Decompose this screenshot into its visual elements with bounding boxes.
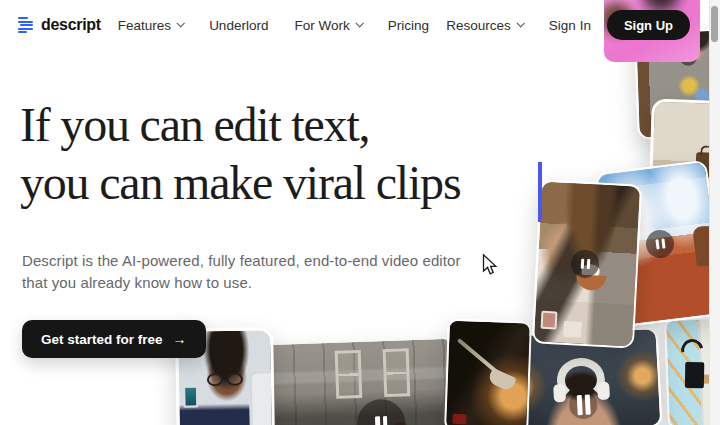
- nav-item-pricing[interactable]: Pricing: [388, 18, 429, 33]
- logo-text: descript: [41, 16, 101, 34]
- chevron-down-icon: [355, 19, 363, 27]
- heading-line-1: If you can edit text,: [20, 98, 369, 151]
- video-card-cooking-hat[interactable]: [532, 179, 642, 348]
- hero-heading: If you can edit text, you can make viral…: [20, 96, 460, 212]
- arrow-right-icon: →: [173, 331, 187, 347]
- cup-shape: [564, 321, 583, 338]
- window-shape: [383, 348, 411, 397]
- nav-item-for-work[interactable]: For Work: [294, 18, 361, 33]
- nav-right: Resources Sign In Sign Up: [446, 10, 690, 40]
- subtext-line-1: Descript is the AI-powered, fully featur…: [22, 252, 461, 269]
- descript-homepage: descript Features Underlord For Work Pri…: [0, 0, 720, 425]
- video-card-desk-lamp[interactable]: [444, 319, 532, 425]
- heading-line-2: you can make viral clips: [20, 156, 460, 209]
- subtext-line-2: that you already know how to use.: [22, 274, 252, 291]
- logo[interactable]: descript: [18, 16, 101, 34]
- nav-item-features[interactable]: Features: [118, 18, 183, 33]
- get-started-button[interactable]: Get started for free →: [22, 320, 206, 358]
- sign-up-button[interactable]: Sign Up: [607, 10, 690, 40]
- video-thumbnail: [446, 321, 530, 425]
- sign-in-link[interactable]: Sign In: [549, 18, 591, 33]
- nav-item-underlord[interactable]: Underlord: [209, 18, 268, 33]
- monitor-shape: [183, 386, 198, 408]
- nav-item-resources[interactable]: Resources: [446, 18, 523, 33]
- mouse-cursor-icon: [482, 254, 498, 276]
- prop-shape: [453, 413, 467, 423]
- chevron-down-icon: [516, 19, 524, 27]
- text-caret-icon: [538, 162, 542, 222]
- headphones-shape: [597, 381, 610, 400]
- glasses-shape: [207, 372, 243, 386]
- video-card-studio-curtain[interactable]: [262, 339, 455, 425]
- nav-left: Features Underlord For Work Pricing: [118, 18, 429, 33]
- cup-shape: [540, 311, 557, 330]
- chevron-down-icon: [177, 19, 185, 27]
- chair-shape: [249, 370, 275, 425]
- window-shape: [335, 350, 363, 399]
- device-shape: [685, 362, 704, 388]
- top-nav: descript Features Underlord For Work Pri…: [0, 0, 720, 50]
- scrollbar-track[interactable]: [709, 0, 720, 425]
- hero-subtext: Descript is the AI-powered, fully featur…: [22, 250, 461, 294]
- headphones-shape: [553, 384, 566, 403]
- descript-logo-icon: [18, 17, 34, 33]
- scrollbar-thumb[interactable]: [711, 6, 718, 42]
